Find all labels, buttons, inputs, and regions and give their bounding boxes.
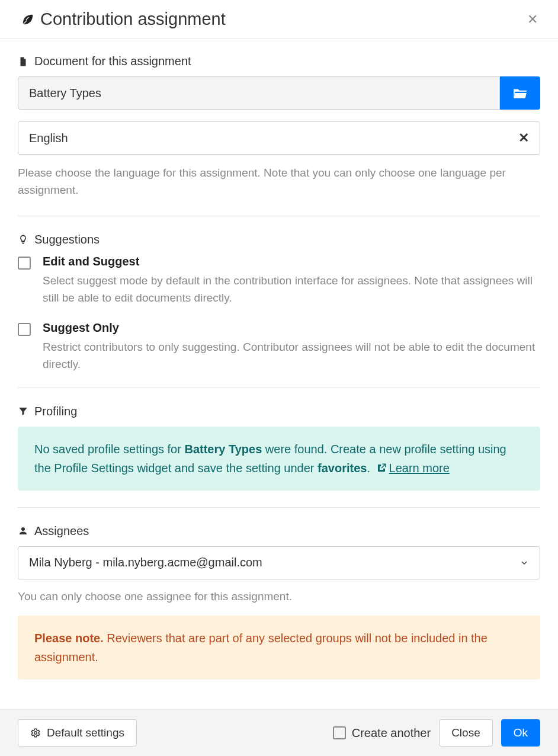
file-icon — [18, 56, 28, 67]
assignees-section-title: Assignees — [18, 524, 540, 538]
divider — [18, 387, 540, 388]
option-description: Select suggest mode by default in the co… — [43, 272, 540, 307]
option-edit-and-suggest: Edit and Suggest Select suggest mode by … — [18, 255, 540, 307]
document-section-title: Document for this assignment — [18, 55, 540, 68]
checkbox-edit-and-suggest[interactable] — [18, 257, 31, 270]
ok-button[interactable]: Ok — [501, 719, 540, 747]
learn-more-link[interactable]: Learn more — [389, 462, 450, 475]
language-value: English — [29, 132, 518, 145]
close-icon[interactable]: ✕ — [525, 11, 540, 28]
gear-icon — [30, 728, 41, 738]
create-another-checkbox[interactable]: Create another — [333, 726, 431, 740]
assignee-selected-value: Mila Nyberg - mila.nyberg.acme@gmail.com — [29, 556, 519, 569]
profiling-section-title: Profiling — [18, 405, 540, 418]
svg-point-0 — [34, 732, 37, 735]
assignee-warning-box: Please note. Reviewers that are part of … — [18, 616, 540, 680]
dialog-header: Contribution assignment ✕ — [0, 0, 558, 39]
external-link-icon — [376, 460, 387, 470]
contribution-assignment-dialog: Contribution assignment ✕ Document for t… — [0, 0, 558, 756]
divider — [18, 216, 540, 216]
checkbox[interactable] — [333, 726, 346, 739]
dialog-title: Contribution assignment — [40, 9, 525, 29]
option-label: Suggest Only — [43, 321, 540, 335]
assignee-select[interactable]: Mila Nyberg - mila.nyberg.acme@gmail.com — [18, 546, 540, 579]
document-input-row: Battery Types — [18, 76, 540, 110]
profiling-info-box: No saved profile settings for Battery Ty… — [18, 427, 540, 491]
feather-icon — [21, 13, 34, 26]
language-help-text: Please choose the language for this assi… — [18, 164, 540, 199]
user-icon — [18, 526, 28, 536]
option-label: Edit and Suggest — [43, 255, 540, 268]
browse-document-button[interactable] — [500, 76, 540, 110]
option-suggest-only: Suggest Only Restrict contributors to on… — [18, 321, 540, 373]
chevron-down-icon — [519, 558, 529, 568]
dialog-body: Document for this assignment Battery Typ… — [0, 39, 558, 709]
folder-open-icon — [512, 85, 528, 101]
default-settings-button[interactable]: Default settings — [18, 719, 137, 747]
lightbulb-icon — [18, 234, 28, 245]
assignee-help-text: You can only choose one assignee for thi… — [18, 588, 540, 605]
dialog-footer: Default settings Create another Close Ok — [0, 709, 558, 756]
filter-icon — [18, 406, 28, 417]
divider — [18, 507, 540, 508]
language-select[interactable]: English ✕ — [18, 121, 540, 155]
suggestions-section-title: Suggestions — [18, 233, 540, 246]
close-button[interactable]: Close — [439, 719, 493, 747]
checkbox-suggest-only[interactable] — [18, 323, 31, 336]
document-input[interactable]: Battery Types — [18, 76, 500, 110]
option-description: Restrict contributors to only suggesting… — [43, 338, 540, 373]
clear-language-icon[interactable]: ✕ — [518, 130, 529, 146]
